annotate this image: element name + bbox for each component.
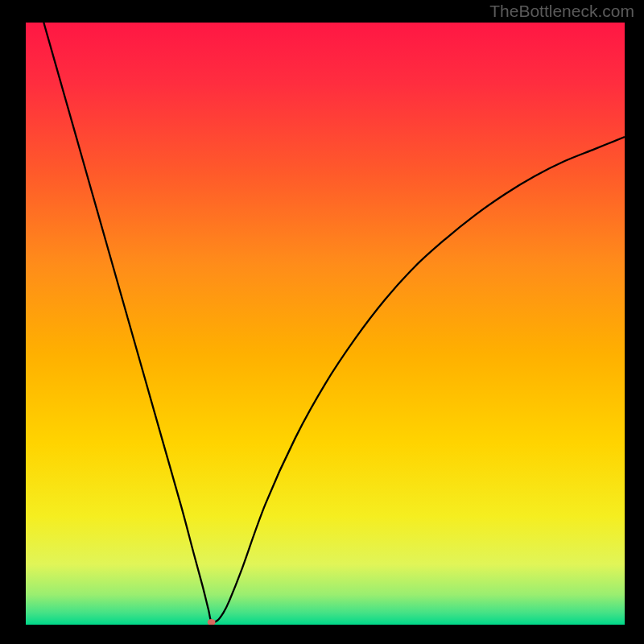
- watermark-text: TheBottleneck.com: [489, 2, 634, 21]
- gradient-background: [26, 23, 625, 625]
- plot-area: [26, 23, 625, 625]
- chart-container: TheBottleneck.com: [0, 0, 644, 644]
- bottleneck-chart: [26, 23, 625, 625]
